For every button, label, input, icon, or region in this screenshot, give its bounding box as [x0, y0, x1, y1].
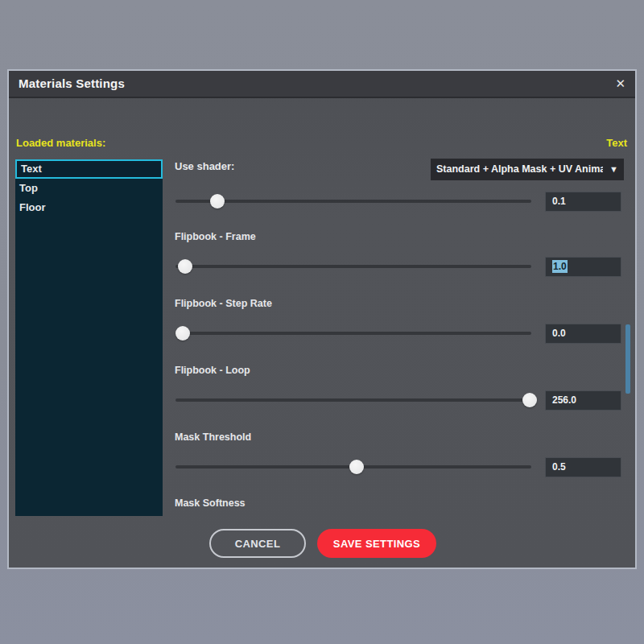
- slider-track[interactable]: [175, 200, 531, 203]
- slider-value-field[interactable]: 256.0: [545, 390, 621, 411]
- dialog-titlebar: Materials Settings ✕: [9, 71, 635, 98]
- chevron-down-icon: ▼: [609, 159, 618, 180]
- slider-value-field[interactable]: 0.1: [545, 192, 621, 212]
- materials-list: TextTopFloor: [15, 159, 163, 516]
- slider-track[interactable]: [175, 465, 531, 469]
- slider-label: Flipbook - Step Rate: [175, 298, 272, 309]
- slider-handle[interactable]: [178, 259, 192, 274]
- slider-handle[interactable]: [349, 460, 364, 474]
- material-list-item[interactable]: Text: [15, 159, 163, 179]
- slider-handle[interactable]: [522, 393, 537, 407]
- shader-dropdown-value: Standard + Alpha Mask + UV Animation: [436, 159, 603, 180]
- material-list-item[interactable]: Top: [15, 179, 163, 198]
- material-list-item[interactable]: Floor: [15, 198, 163, 217]
- materials-settings-dialog: Materials Settings ✕ Loaded materials: T…: [7, 69, 637, 569]
- slider-track[interactable]: [175, 398, 531, 402]
- slider-track[interactable]: [175, 332, 531, 335]
- close-icon[interactable]: ✕: [615, 71, 625, 97]
- slider-label: Mask Softness: [175, 497, 246, 509]
- use-shader-label: Use shader:: [175, 160, 234, 172]
- slider-handle[interactable]: [175, 326, 190, 341]
- cancel-button[interactable]: CANCEL: [209, 529, 306, 558]
- dialog-title: Materials Settings: [19, 71, 125, 97]
- scrollbar-thumb[interactable]: [625, 324, 630, 394]
- slider-value-field[interactable]: 1.0: [545, 257, 621, 277]
- save-settings-button[interactable]: SAVE SETTINGS: [317, 529, 436, 558]
- active-material-tag: Text: [606, 137, 627, 149]
- slider-label: Flipbook - Frame: [175, 231, 256, 242]
- slider-label: Flipbook - Loop: [175, 365, 250, 376]
- slider-handle[interactable]: [210, 194, 225, 208]
- shader-dropdown[interactable]: Standard + Alpha Mask + UV Animation ▼: [431, 159, 624, 180]
- slider-label: Mask Threshold: [175, 431, 251, 443]
- selected-value-text: 1.0: [552, 260, 568, 273]
- slider-value-field[interactable]: 0.5: [545, 457, 621, 477]
- loaded-materials-label: Loaded materials:: [16, 137, 105, 149]
- slider-value-field[interactable]: 0.0: [545, 324, 621, 344]
- slider-track[interactable]: [175, 265, 531, 268]
